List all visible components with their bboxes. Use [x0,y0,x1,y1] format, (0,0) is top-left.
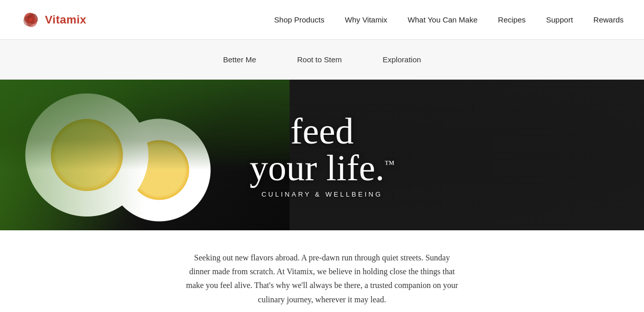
nav-shop-products[interactable]: Shop Products [274,15,324,24]
subnav-root-to-stem[interactable]: Root to Stem [297,55,342,64]
logo-text: Vitamix [45,13,86,27]
subnav-better-me[interactable]: Better Me [223,55,256,64]
logo-link[interactable]: Vitamix [20,10,86,30]
main-navigation: Shop Products Why Vitamix What You Can M… [274,15,624,24]
site-header: Vitamix Shop Products Why Vitamix What Y… [0,0,644,40]
nav-why-vitamix[interactable]: Why Vitamix [345,15,387,24]
hero-text-overlay: feed your life.™ CULINARY & WELLBEING [250,112,395,198]
hero-title-line2: your life. [250,147,385,188]
hero-banner: feed your life.™ CULINARY & WELLBEING [0,80,644,230]
food-left-decoration [0,80,290,230]
nav-support[interactable]: Support [546,15,573,24]
hero-trademark: ™ [385,158,395,169]
nav-what-you-can-make[interactable]: What You Can Make [408,15,478,24]
hero-title: feed your life.™ [250,112,395,186]
nav-recipes[interactable]: Recipes [498,15,526,24]
body-text-section: Seeking out new flavors abroad. A pre-da… [0,230,644,312]
sub-navigation: Better Me Root to Stem Exploration [0,40,644,80]
svg-point-0 [29,18,33,22]
nav-rewards[interactable]: Rewards [593,15,624,24]
subnav-exploration[interactable]: Exploration [383,55,421,64]
body-description: Seeking out new flavors abroad. A pre-da… [184,251,460,306]
vitamix-logo-icon [20,10,41,30]
hero-title-line1: feed [291,110,354,151]
hero-subtitle: CULINARY & WELLBEING [250,190,395,198]
